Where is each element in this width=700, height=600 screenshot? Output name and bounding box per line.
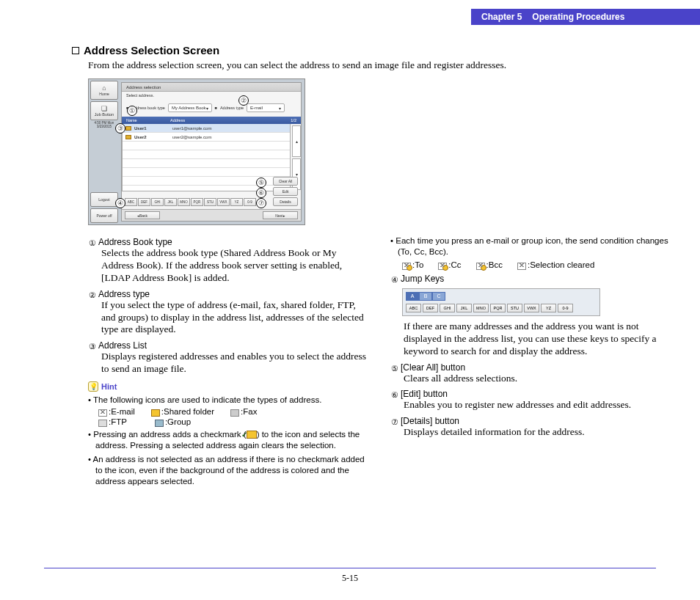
jump-key[interactable]: GHI xyxy=(440,304,455,312)
item-6-body: Enables you to register new addresses an… xyxy=(404,399,671,411)
hint-block: 💡 Hint xyxy=(88,381,368,392)
hint-bullet-1: The following icons are used to indicate… xyxy=(88,395,368,406)
poweroff-button[interactable]: Power off xyxy=(90,208,118,223)
jump-tab[interactable]: B xyxy=(419,292,432,301)
clock-display: 4:50 PM Mon 3/23/2015 xyxy=(90,122,118,129)
chapter-number: Chapter 5 xyxy=(481,12,522,22)
jump-key[interactable]: JKL xyxy=(456,304,472,312)
hint-label: Hint xyxy=(101,382,117,391)
checkmark-icon xyxy=(247,431,257,439)
table-row[interactable] xyxy=(123,142,290,150)
jump-key[interactable]: 0-9 xyxy=(244,198,256,206)
screenshot-mock: ⌂Home ❏Job Button 4:50 PM Mon 3/23/2015 … xyxy=(88,78,305,225)
jump-key[interactable]: PQR xyxy=(191,198,203,206)
table-row[interactable]: User1user1@sample.com xyxy=(123,124,290,133)
page-footer: 5-15 xyxy=(44,568,656,584)
page-main: Address Selection Screen From the addres… xyxy=(72,44,671,487)
home-icon: ⌂ xyxy=(102,85,106,92)
item-3-body: Displays registered addresses and enable… xyxy=(101,351,368,376)
jump-key[interactable]: PQR xyxy=(490,304,506,312)
details-button[interactable]: Details xyxy=(273,197,298,206)
panel-title: Address selection xyxy=(122,83,301,92)
edit-button[interactable]: Edit xyxy=(273,187,298,196)
jump-key[interactable]: GHI xyxy=(151,198,164,206)
left-column: ①Address Book type Selects the address b… xyxy=(88,233,368,487)
item-3-heading: ③Address List xyxy=(88,340,368,351)
jump-key[interactable]: 0-9 xyxy=(558,304,573,312)
jump-key[interactable]: VWX xyxy=(524,304,539,312)
mail-icon xyxy=(125,135,131,139)
jump-key[interactable]: DEF xyxy=(138,198,150,206)
address-type-dropdown[interactable]: E-mail▾ xyxy=(247,103,285,112)
table-header: Name Address 1/2 xyxy=(122,117,301,124)
item-4-heading: ④Jump Keys xyxy=(390,274,671,284)
item-5-heading: ⑤[Clear All] button xyxy=(390,362,671,373)
jump-key[interactable]: YZ xyxy=(541,304,556,312)
hint-bulb-icon: 💡 xyxy=(88,381,98,392)
page-number: 5-15 xyxy=(342,573,358,583)
back-button[interactable]: ◂ Back xyxy=(125,211,160,219)
job-button[interactable]: ❏Job Button xyxy=(90,101,118,120)
jump-key[interactable]: STU xyxy=(507,304,522,312)
fax-icon xyxy=(230,409,239,417)
table-row[interactable] xyxy=(123,150,290,159)
group-icon xyxy=(155,420,164,427)
callout-2: ② xyxy=(238,95,249,106)
callout-1: ① xyxy=(127,106,137,116)
email-icon xyxy=(98,409,107,417)
jump-tab[interactable]: A xyxy=(406,292,419,301)
ftp-icon xyxy=(98,420,107,427)
callout-4: ④ xyxy=(115,198,125,208)
jump-keys-image: A B C ABC DEF GHI JKL MNO PQR STU VWX YZ… xyxy=(402,288,600,316)
hint-bullet-3: An address is not selected as an address… xyxy=(88,454,368,487)
to-icon xyxy=(402,263,411,270)
chevron-down-icon: ▾ xyxy=(279,106,281,111)
address-book-type-dropdown[interactable]: My Address Book▾ xyxy=(168,103,212,112)
item-7-heading: ⑦[Details] button xyxy=(390,416,671,426)
item-2-body: If you select the type of address (e-mai… xyxy=(101,299,368,337)
section-title: Address Selection Screen xyxy=(72,44,671,56)
selection-cleared-icon xyxy=(517,263,526,270)
clear-all-button[interactable]: Clear All xyxy=(273,177,298,186)
callout-5: ⑤ xyxy=(256,178,266,188)
callout-7: ⑦ xyxy=(256,198,266,208)
jump-key[interactable]: VWX xyxy=(217,198,230,206)
checkbox-bullet-icon xyxy=(72,47,79,54)
table-row[interactable] xyxy=(123,168,290,177)
home-button[interactable]: ⌂Home xyxy=(90,81,118,100)
item-2-heading: ②Address type xyxy=(88,289,368,299)
item-5-body: Clears all address selections. xyxy=(404,373,671,385)
shared-folder-icon xyxy=(151,409,160,417)
screenshot-sidebar: ⌂Home ❏Job Button 4:50 PM Mon 3/23/2015 … xyxy=(90,81,118,223)
jump-key[interactable]: JKL xyxy=(164,198,177,206)
jump-key[interactable]: MNO xyxy=(473,304,489,312)
jump-key[interactable]: DEF xyxy=(423,304,438,312)
table-row[interactable]: User2user2@sample.com xyxy=(123,133,290,142)
screenshot-panel: Address selection Select address. ■ Addr… xyxy=(121,82,302,222)
jump-key[interactable]: MNO xyxy=(178,198,190,206)
mail-icon xyxy=(125,126,131,131)
item-1-heading: ①Address Book type xyxy=(88,237,368,247)
send-condition-bullet: Each time you press an e-mail or group i… xyxy=(390,235,671,257)
jump-tab[interactable]: C xyxy=(432,292,445,301)
jump-key[interactable]: ABC xyxy=(406,304,421,312)
selector-row: ■ Address book type My Address Book▾ ■ A… xyxy=(122,99,301,117)
logout-button[interactable]: Logout xyxy=(90,192,118,207)
next-button[interactable]: Next ▸ xyxy=(263,211,298,219)
panel-footer: ◂ Back Next ▸ xyxy=(122,209,301,221)
section-intro: From the address selection screen, you c… xyxy=(88,59,671,71)
jump-key[interactable]: STU xyxy=(204,198,216,206)
icon-legend-row-2: :FTP :Group xyxy=(98,417,368,426)
jump-key[interactable]: YZ xyxy=(230,198,243,206)
scroll-up-icon[interactable]: ▴ xyxy=(292,125,301,157)
jump-key[interactable]: ABC xyxy=(125,198,137,206)
item-7-body: Displays detailed information for the ad… xyxy=(404,426,671,439)
panel-select-label: Select address. xyxy=(122,92,301,99)
right-column: Each time you press an e-mail or group i… xyxy=(390,233,671,487)
item-4-body: If there are many addresses and the addr… xyxy=(404,321,671,358)
table-row[interactable] xyxy=(123,159,290,168)
bcc-icon xyxy=(476,263,485,270)
send-condition-icons: :To :Cc :Bcc :Selection cleared xyxy=(402,260,671,269)
icon-legend-row-1: :E-mail :Shared folder :Fax xyxy=(98,407,368,416)
chapter-title: Operating Procedures xyxy=(532,12,624,22)
